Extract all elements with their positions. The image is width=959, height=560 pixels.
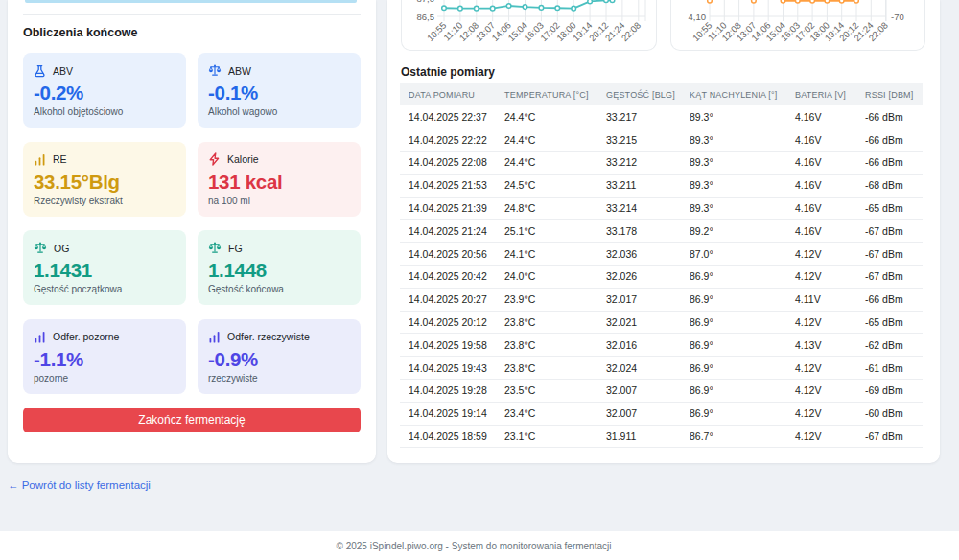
table-cell: 89.3° (681, 152, 786, 175)
table-cell: 24.5°C (496, 174, 597, 197)
table-cell: -67 dBm (856, 243, 923, 266)
stat-subtitle: Alkohol objętościowo (34, 106, 175, 117)
table-cell: -61 dBm (856, 357, 923, 380)
table-cell: 33.178 (597, 220, 681, 243)
end-fermentation-button[interactable]: Zakończ fermentację (23, 408, 361, 432)
svg-text:22:08: 22:08 (620, 20, 643, 44)
table-cell: -65 dBm (856, 311, 923, 334)
scale-icon (208, 242, 222, 254)
table-header-cell: DATA POMIARU (400, 83, 496, 105)
stat-card-og: OG1.1431Gęstość początkowa (23, 230, 186, 305)
fermentation-progress-bar (25, 0, 357, 3)
table-row: 14.04.2025 19:4323.8°C32.02486.9°4.12V-6… (400, 357, 923, 380)
table-row: 14.04.2025 18:5923.1°C31.91186.7°4.12V-6… (400, 425, 923, 448)
table-row: 14.04.2025 21:3924.8°C33.21489.3°4.16V-6… (400, 197, 923, 220)
table-cell: 23.9°C (496, 288, 597, 311)
table-cell: 32.007 (597, 380, 681, 403)
table-cell: 33.217 (597, 105, 681, 128)
table-cell: 32.026 (597, 266, 681, 289)
table-cell: 24.8°C (496, 197, 597, 220)
table-cell: 4.16V (786, 152, 856, 175)
measurements-table: DATA POMIARUTEMPERATURA [°C]GĘSTOŚĆ [BLG… (400, 83, 923, 448)
chart-bars-icon (34, 331, 46, 343)
table-cell: 14.04.2025 19:58 (400, 334, 496, 357)
stat-card-abw: ABW-0.1%Alkohol wagowo (198, 53, 361, 128)
scale-icon (208, 64, 222, 77)
table-row: 14.04.2025 22:2224.4°C33.21589.3°4.16V-6… (400, 128, 923, 152)
table-cell: 89.3° (681, 197, 786, 220)
footer: © 2025 iSpindel.piwo.org - System do mon… (0, 531, 959, 560)
stat-subtitle: Gęstość końcowa (208, 284, 349, 294)
table-cell: 86.9° (681, 334, 786, 357)
scale-icon (34, 242, 47, 254)
table-cell: 4.12V (786, 402, 856, 425)
table-row: 14.04.2025 20:2723.9°C32.01786.9°4.11V-6… (400, 288, 923, 311)
table-row: 14.04.2025 19:1423.4°C32.00786.9°4.12V-6… (400, 402, 923, 425)
stat-value: -0.2% (34, 82, 175, 105)
table-cell: 24.4°C (496, 128, 597, 152)
stat-card-fg: FG1.1448Gęstość końcowa (198, 230, 361, 305)
measurements-card: 10:5511:1012:0813:0714:0615:0416:0317:02… (387, 0, 940, 463)
stat-subtitle: na 100 ml (208, 196, 349, 206)
table-cell: 89.3° (681, 105, 786, 128)
measurements-title: Ostatnie pomiary (401, 65, 495, 79)
table-row: 14.04.2025 19:5823.8°C32.01686.9°4.13V-6… (400, 334, 923, 357)
table-cell: 4.12V (786, 357, 856, 380)
table-cell: 33.215 (597, 128, 681, 152)
table-cell: 23.1°C (496, 425, 597, 448)
table-cell: -66 dBm (856, 128, 923, 152)
table-cell: -62 dBm (856, 334, 923, 357)
stat-label: ABV (53, 65, 73, 77)
stat-card-re: RE33.15°BlgRzeczywisty ekstrakt (23, 142, 186, 217)
table-cell: -69 dBm (856, 380, 923, 403)
table-cell: 14.04.2025 22:37 (400, 105, 496, 128)
table-cell: 86.9° (681, 380, 786, 403)
stat-value: 1.1431 (34, 259, 175, 282)
stat-label: Odfer. rzeczywiste (227, 331, 310, 342)
table-cell: 32.036 (597, 243, 681, 266)
stat-label: RE (53, 153, 67, 165)
table-cell: 87.0° (681, 243, 786, 266)
table-cell: 32.007 (597, 402, 681, 425)
table-cell: 4.16V (786, 197, 856, 220)
table-cell: 4.12V (786, 266, 856, 289)
battery-chart: 10:5511:1012:0813:0714:0615:0416:0317:02… (671, 0, 924, 50)
battery-chart-card: 10:5511:1012:0813:0714:0615:0416:0317:02… (670, 0, 925, 51)
stat-label: FG (228, 243, 243, 254)
stats-grid: ABV-0.2%Alkohol objętościowoABW-0.1%Alko… (23, 53, 361, 394)
stat-value: 131 kcal (208, 171, 349, 194)
table-header-cell: TEMPERATURA [°C] (496, 83, 597, 105)
stat-value: -0.1% (208, 82, 349, 105)
chart-bars-icon (208, 331, 221, 343)
table-cell: 4.16V (786, 128, 856, 152)
table-cell: 89.2° (681, 220, 786, 243)
table-cell: 24.4°C (496, 105, 597, 128)
table-cell: 4.12V (786, 425, 856, 448)
stat-label: ABW (228, 65, 251, 77)
table-cell: 23.4°C (496, 402, 597, 425)
back-to-list-link[interactable]: ← Powrót do listy fermentacji (8, 479, 151, 491)
table-cell: 86.9° (681, 357, 786, 380)
table-row: 14.04.2025 22:3724.4°C33.21789.3°4.16V-6… (400, 105, 923, 128)
table-cell: -66 dBm (856, 105, 923, 128)
table-cell: 33.212 (597, 152, 681, 175)
table-cell: -67 dBm (856, 425, 923, 448)
table-cell: -60 dBm (856, 402, 923, 425)
bolt-icon (208, 152, 221, 166)
table-header-cell: RSSI [DBM] (856, 83, 923, 105)
table-cell: 23.8°C (496, 311, 597, 334)
table-cell: 4.16V (786, 220, 856, 243)
footer-text: © 2025 iSpindel.piwo.org - System do mon… (8, 531, 940, 551)
stat-subtitle: Rzeczywisty ekstrakt (34, 196, 175, 206)
flask-icon (34, 64, 46, 78)
table-cell: 32.024 (597, 357, 681, 380)
page: Obliczenia końcowe ABV-0.2%Alkohol objęt… (0, 0, 959, 560)
table-row: 14.04.2025 20:1223.8°C32.02186.9°4.12V-6… (400, 311, 923, 334)
chart-bars-icon (34, 153, 46, 166)
table-cell: 23.5°C (496, 380, 597, 403)
stat-value: 1.1448 (208, 259, 349, 282)
table-cell: 86.9° (681, 402, 786, 425)
svg-text:86,5: 86,5 (417, 12, 435, 22)
stat-subtitle: Gęstość początkowa (34, 284, 175, 294)
table-row: 14.04.2025 21:5324.5°C33.21189.3°4.16V-6… (400, 174, 923, 197)
